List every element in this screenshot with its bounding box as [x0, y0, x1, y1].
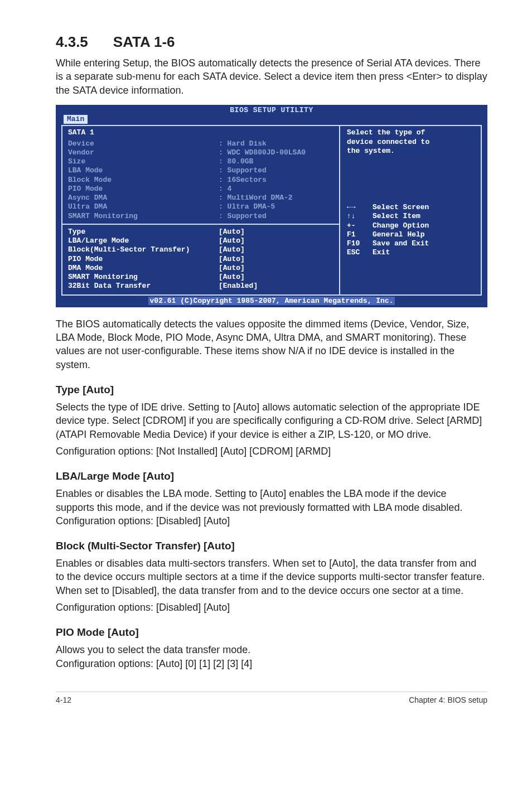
block-options: Configuration options: [Disabled] [Auto] [56, 601, 487, 614]
section-title-text: SATA 1-6 [113, 33, 175, 50]
lba-heading: LBA/Large Mode [Auto] [56, 470, 487, 482]
bios-title: BIOS SETUP UTILITY [56, 105, 487, 115]
page-number: 4-12 [56, 695, 71, 704]
block-paragraph: Enables or disables data multi-sectors t… [56, 557, 487, 597]
type-options: Configuration options: [Not Installed] [… [56, 445, 487, 458]
bios-items-block: Type[Auto] LBA/Large Mode[Auto] Block(Mu… [68, 228, 333, 291]
type-paragraph: Selects the type of IDE drive. Setting t… [56, 400, 487, 441]
bios-key-legend: ←→Select Screen ↑↓Select Item +-Change O… [347, 203, 475, 258]
chapter-label: Chapter 4: BIOS setup [409, 695, 487, 704]
after-bios-paragraph: The BIOS automatically detects the value… [56, 317, 487, 371]
block-heading: Block (Multi-Sector Transfer) [Auto] [56, 540, 487, 552]
bios-item[interactable]: 32Bit Data Transfer[Enabled] [68, 282, 333, 291]
bios-item[interactable]: DMA Mode[Auto] [68, 264, 333, 273]
bios-help-text: Select the type of device connected to t… [347, 128, 475, 156]
pio-heading: PIO Mode [Auto] [56, 626, 487, 639]
bios-footer: v02.61 (C)Copyright 1985-2007, American … [56, 296, 487, 307]
bios-item[interactable]: LBA/Large Mode[Auto] [68, 236, 333, 245]
bios-left-title: SATA 1 [68, 128, 333, 139]
intro-paragraph: While entering Setup, the BIOS automatic… [56, 56, 487, 97]
section-number: 4.3.5 [56, 33, 88, 50]
section-heading: 4.3.5SATA 1-6 [56, 33, 487, 51]
pio-paragraph: Allows you to select the data transfer m… [56, 643, 487, 656]
bios-item[interactable]: SMART Monitoring[Auto] [68, 273, 333, 282]
page-footer: 4-12 Chapter 4: BIOS setup [56, 692, 487, 704]
bios-dimmed-block: Device : Hard Disk Vendor : WDC WD800JD-… [68, 139, 333, 221]
type-heading: Type [Auto] [56, 384, 487, 396]
bios-tabrow: Main [56, 115, 487, 125]
bios-item[interactable]: Type[Auto] [68, 228, 333, 236]
bios-item[interactable]: Block(Multi-Sector Transfer)[Auto] [68, 245, 333, 254]
bios-tab-main[interactable]: Main [64, 115, 88, 124]
bios-item[interactable]: PIO Mode[Auto] [68, 255, 333, 264]
bios-left-pane: SATA 1 Device : Hard Disk Vendor : WDC W… [62, 126, 340, 294]
pio-options: Configuration options: [Auto] [0] [1] [2… [56, 657, 487, 670]
bios-screenshot: BIOS SETUP UTILITY Main SATA 1 Device : … [56, 105, 487, 307]
lba-paragraph: Enables or disables the LBA mode. Settin… [56, 487, 487, 528]
bios-right-pane: Select the type of device connected to t… [340, 126, 481, 294]
